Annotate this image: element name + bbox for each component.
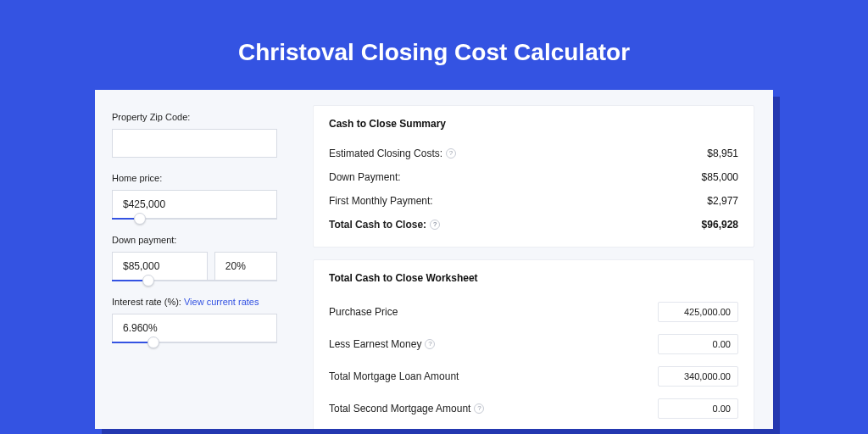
down-payment-field: Down payment:	[112, 235, 277, 281]
help-icon[interactable]: ?	[425, 339, 435, 349]
interest-rate-label-text: Interest rate (%):	[112, 297, 181, 307]
summary-val-closing: $8,951	[707, 147, 738, 159]
summary-label-first: First Monthly Payment:	[329, 195, 433, 207]
down-payment-slider[interactable]	[112, 280, 277, 281]
zip-field: Property Zip Code:	[112, 112, 277, 158]
summary-label-total: Total Cash to Close:	[329, 219, 426, 231]
summary-val-down: $85,000	[702, 171, 738, 183]
home-price-label: Home price:	[112, 173, 277, 183]
summary-label-down: Down Payment:	[329, 171, 401, 183]
worksheet-title: Total Cash to Close Worksheet	[329, 272, 738, 284]
ws-label-mortgage: Total Mortgage Loan Amount	[329, 370, 459, 382]
summary-val-first: $2,977	[707, 195, 738, 207]
ws-row-earnest-money: Less Earnest Money ?	[329, 328, 738, 360]
interest-rate-label: Interest rate (%): View current rates	[112, 297, 277, 307]
help-icon[interactable]: ?	[474, 403, 484, 414]
summary-card: Cash to Close Summary Estimated Closing …	[313, 105, 754, 248]
interest-rate-input[interactable]	[112, 314, 277, 342]
ws-input-second-mortgage[interactable]	[658, 398, 738, 419]
worksheet-card: Total Cash to Close Worksheet Purchase P…	[313, 259, 754, 429]
summary-row-total: Total Cash to Close: ? $96,928	[329, 213, 738, 236]
summary-row-down-payment: Down Payment: $85,000	[329, 165, 738, 189]
ws-input-purchase[interactable]	[658, 302, 738, 322]
help-icon[interactable]: ?	[430, 220, 440, 230]
ws-row-mortgage-loan: Total Mortgage Loan Amount	[329, 360, 738, 392]
summary-title: Cash to Close Summary	[329, 118, 738, 130]
summary-row-first-payment: First Monthly Payment: $2,977	[329, 189, 738, 213]
help-icon[interactable]: ?	[446, 148, 456, 159]
summary-label-closing: Estimated Closing Costs:	[329, 147, 442, 159]
ws-input-earnest[interactable]	[658, 334, 738, 354]
ws-row-second-mortgage: Total Second Mortgage Amount ?	[329, 392, 738, 425]
view-rates-link[interactable]: View current rates	[184, 297, 259, 307]
summary-row-closing-costs: Estimated Closing Costs: ? $8,951	[329, 142, 738, 165]
down-payment-label: Down payment:	[112, 235, 277, 245]
ws-label-purchase: Purchase Price	[329, 306, 398, 318]
home-price-field: Home price:	[112, 173, 277, 220]
ws-row-purchase-price: Purchase Price	[329, 296, 738, 328]
ws-label-earnest: Less Earnest Money	[329, 338, 421, 350]
calculator-card: Property Zip Code: Home price: Down paym…	[95, 90, 773, 429]
down-payment-input[interactable]	[112, 252, 208, 281]
results-panel: Cash to Close Summary Estimated Closing …	[294, 90, 773, 429]
ws-input-mortgage[interactable]	[658, 366, 738, 387]
interest-rate-slider[interactable]	[112, 342, 277, 343]
ws-label-second-mortgage: Total Second Mortgage Amount	[329, 403, 470, 415]
calculator-card-wrapper: Property Zip Code: Home price: Down paym…	[95, 90, 773, 429]
down-payment-pct-input[interactable]	[214, 252, 277, 281]
page-title: Christoval Closing Cost Calculator	[238, 39, 630, 66]
home-price-slider[interactable]	[112, 218, 277, 220]
interest-rate-field: Interest rate (%): View current rates	[112, 297, 277, 343]
inputs-panel: Property Zip Code: Home price: Down paym…	[95, 90, 294, 429]
zip-input[interactable]	[112, 129, 277, 158]
summary-val-total: $96,928	[702, 219, 738, 231]
zip-label: Property Zip Code:	[112, 112, 277, 122]
